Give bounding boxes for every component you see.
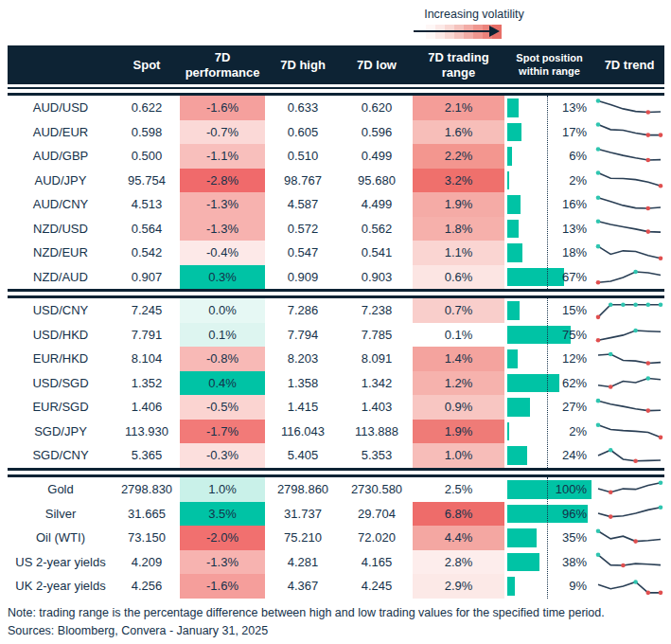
spot-value: 7.245 xyxy=(114,298,180,323)
table-row: Gold2798.8301.0%2798.8602730.5802.5%100% xyxy=(8,477,664,502)
spot-value: 2798.830 xyxy=(114,477,180,502)
trend-cell xyxy=(594,526,664,550)
row-label: Gold xyxy=(8,477,114,502)
position-percent-label: 18% xyxy=(562,241,587,265)
low-value: 2730.580 xyxy=(341,477,413,502)
high-value: 0.633 xyxy=(265,96,341,120)
range-cell: 0.9% xyxy=(413,395,504,420)
range-midpoint-dotted-line xyxy=(547,96,548,289)
low-value: 1.342 xyxy=(341,371,413,396)
range-cell: 3.2% xyxy=(413,169,504,193)
spot-value: 0.907 xyxy=(114,265,180,290)
trend-cell xyxy=(594,477,664,502)
low-value: 7.785 xyxy=(341,323,413,348)
low-point-dot xyxy=(633,458,638,463)
trend-sparkline xyxy=(595,502,663,525)
low-value: 4.499 xyxy=(341,192,413,217)
volatility-arrow-head-icon xyxy=(489,26,500,37)
position-percent-label: 62% xyxy=(562,371,587,396)
performance-cell: -0.4% xyxy=(180,241,265,265)
trend-sparkline xyxy=(595,193,663,216)
high-point-dot xyxy=(596,244,601,249)
table-row: AUD/GBP0.500-1.1%0.5100.4992.2%6% xyxy=(8,144,664,169)
table-section-2: USD/CNY7.2450.0%7.2867.2380.7%15%USD/HKD… xyxy=(8,295,664,471)
position-percent-label: 13% xyxy=(562,217,587,242)
low-point-dot xyxy=(596,314,601,319)
position-percent-label: 75% xyxy=(562,323,587,348)
low-point-dot xyxy=(609,490,613,494)
position-bar-cell: 9% xyxy=(504,574,594,599)
trend-cell xyxy=(594,169,664,193)
table-row: SGD/CNY5.365-0.3%5.4055.3531.0%24% xyxy=(8,443,664,468)
position-bar-cell: 13% xyxy=(504,217,594,242)
trend-sparkline xyxy=(595,169,663,191)
range-cell: 1.9% xyxy=(413,192,504,217)
trend-sparkline xyxy=(595,478,663,501)
position-percent-label: 15% xyxy=(562,298,587,323)
row-label: EUR/HKD xyxy=(8,347,114,371)
high-point-dot xyxy=(646,302,651,307)
low-value: 8.091 xyxy=(341,347,413,371)
table-row: EUR/SGD1.406-0.5%1.4151.4030.9%27% xyxy=(8,395,664,420)
high-point-dot xyxy=(659,302,663,307)
position-bar xyxy=(507,123,521,142)
low-point-dot xyxy=(633,539,638,544)
position-percent-label: 38% xyxy=(562,550,587,575)
position-bar-cell: 18% xyxy=(504,241,594,265)
position-bar xyxy=(507,220,519,239)
row-label: AUD/USD xyxy=(8,96,114,120)
position-percent-label: 67% xyxy=(562,265,587,290)
high-value: 0.572 xyxy=(265,217,341,242)
spot-value: 8.104 xyxy=(114,347,180,371)
range-cell: 0.1% xyxy=(413,323,504,348)
high-point-dot xyxy=(596,170,601,175)
position-percent-label: 16% xyxy=(562,192,587,217)
position-percent-label: 17% xyxy=(562,120,587,145)
trend-sparkline xyxy=(595,420,663,442)
spot-value: 95.754 xyxy=(114,169,180,193)
spot-value: 0.500 xyxy=(114,144,180,169)
performance-cell: -0.3% xyxy=(180,443,265,468)
trend-cell xyxy=(594,347,664,371)
position-percent-label: 35% xyxy=(562,526,587,550)
position-bar-cell: 38% xyxy=(504,550,594,575)
high-point-dot xyxy=(596,528,601,533)
spot-value: 1.352 xyxy=(114,371,180,396)
footnote: Note: trading range is the percentage di… xyxy=(8,606,605,619)
trend-sparkline xyxy=(595,575,663,598)
row-label: US 2-year yields xyxy=(8,550,114,575)
high-point-dot xyxy=(633,270,638,275)
position-bar-cell: 6% xyxy=(504,144,594,169)
range-cell: 6.8% xyxy=(413,502,504,527)
low-point-dot xyxy=(646,157,651,162)
low-value: 113.888 xyxy=(341,420,413,444)
low-value: 4.165 xyxy=(341,550,413,575)
position-percent-label: 9% xyxy=(569,574,587,599)
row-label: SGD/CNY xyxy=(8,443,114,468)
position-percent-label: 6% xyxy=(569,144,587,169)
range-cell: 1.6% xyxy=(413,120,504,145)
low-point-dot xyxy=(659,134,663,138)
range-cell: 1.4% xyxy=(413,347,504,371)
low-point-dot xyxy=(659,590,663,595)
table-row: UK 2-year yields4.256-1.6%4.3674.2452.9%… xyxy=(8,574,664,599)
position-percent-label: 100% xyxy=(556,477,587,502)
high-point-dot xyxy=(633,329,638,333)
low-value: 7.238 xyxy=(341,298,413,323)
spot-value: 0.564 xyxy=(114,217,180,242)
high-point-dot xyxy=(596,98,601,103)
table-row: Silver31.6653.5%31.73729.7046.8%96% xyxy=(8,502,664,527)
low-point-dot xyxy=(646,408,651,413)
column-header-trend: 7D trend xyxy=(594,45,664,84)
performance-cell: 3.5% xyxy=(180,502,265,527)
range-cell: 0.6% xyxy=(413,265,504,290)
spot-value: 4.209 xyxy=(114,550,180,575)
row-label: AUD/EUR xyxy=(8,120,114,145)
trend-sparkline xyxy=(595,444,663,467)
position-bar-cell: 62% xyxy=(504,371,594,396)
performance-cell: 0.1% xyxy=(180,323,265,348)
trend-sparkline xyxy=(595,348,663,370)
performance-cell: 0.3% xyxy=(180,265,265,290)
spot-value: 0.598 xyxy=(114,120,180,145)
performance-cell: -0.8% xyxy=(180,347,265,371)
